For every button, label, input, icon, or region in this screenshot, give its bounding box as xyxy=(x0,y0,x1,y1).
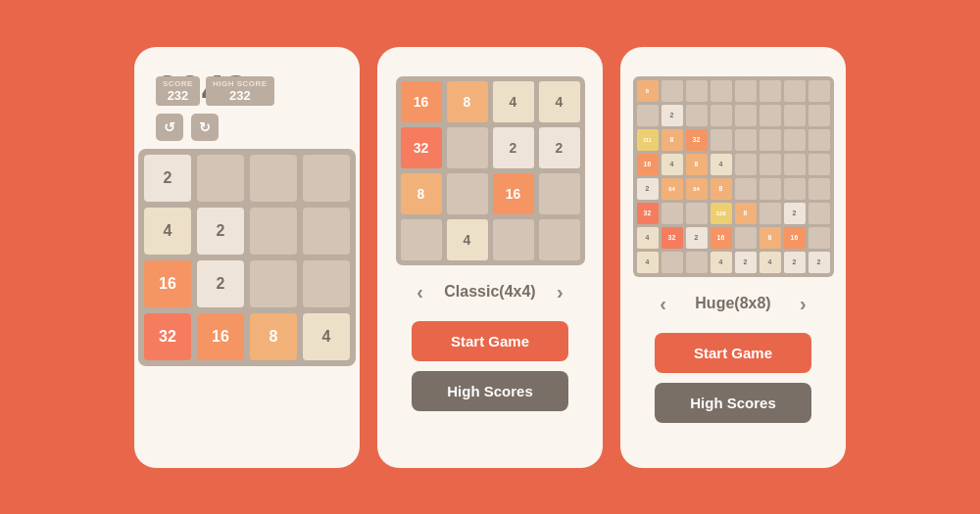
score-label: SCORE xyxy=(163,79,193,88)
tile xyxy=(760,105,781,126)
tile xyxy=(735,80,757,102)
tile xyxy=(250,155,297,202)
tile: 2 xyxy=(637,178,659,200)
tile: 16 xyxy=(197,313,244,360)
tile xyxy=(808,154,830,175)
tile: 2 xyxy=(539,127,580,168)
tile: 4 xyxy=(637,252,659,273)
high-score-label: HIGH SCORE xyxy=(213,79,268,88)
classic-next-button[interactable]: › xyxy=(553,281,567,304)
tile: 4 xyxy=(447,219,488,260)
tile: 8 xyxy=(637,80,659,102)
tile: 2 xyxy=(686,227,708,249)
tile xyxy=(808,129,830,151)
tile: 4 xyxy=(539,81,580,122)
tile: 8 xyxy=(686,154,708,175)
score-box: SCORE 232 xyxy=(156,76,200,106)
tile xyxy=(493,219,534,260)
tile: 128 xyxy=(710,203,732,224)
tile: 8 xyxy=(662,129,683,151)
tile: 2 xyxy=(197,208,244,255)
score-value: 232 xyxy=(163,88,193,103)
tile xyxy=(197,155,244,202)
tile: 64 xyxy=(662,178,683,200)
huge-mode-label: Huge(8x8) xyxy=(684,295,782,312)
tile xyxy=(539,219,580,260)
tile: 4 xyxy=(710,154,732,175)
tile xyxy=(735,129,757,151)
tile: 32 xyxy=(401,127,442,168)
tile: 16 xyxy=(144,260,191,307)
tile xyxy=(784,154,806,175)
tile xyxy=(710,105,732,126)
tile xyxy=(250,260,297,307)
huge-board-container: 8 2 311 8 32 xyxy=(633,76,834,277)
tile: 4 xyxy=(710,252,732,273)
classic-start-button[interactable]: Start Game xyxy=(412,321,568,361)
tile: 32 xyxy=(686,129,708,151)
tile xyxy=(808,227,830,249)
tile xyxy=(808,203,830,224)
middle-panel: 16 8 4 4 32 2 2 8 16 4 ‹ xyxy=(377,47,603,468)
tile xyxy=(447,173,488,214)
panels-container: 2048 SCORE 232 HIGH SCORE 232 ↺ ↻ 2 xyxy=(0,27,980,488)
undo-button[interactable]: ↺ xyxy=(156,114,183,141)
tile: 16 xyxy=(710,227,732,249)
score-row: SCORE 232 HIGH SCORE 232 xyxy=(156,76,338,106)
tile: 2 xyxy=(784,252,806,273)
tile: 2 xyxy=(662,105,683,126)
tile xyxy=(686,252,708,273)
tile: 32 xyxy=(662,227,683,249)
tile: 16 xyxy=(637,154,659,175)
tile: 8 xyxy=(447,81,488,122)
classic-high-scores-button[interactable]: High Scores xyxy=(412,371,568,411)
huge-start-button[interactable]: Start Game xyxy=(655,333,811,373)
huge-next-button[interactable]: › xyxy=(796,293,810,315)
redo-button[interactable]: ↻ xyxy=(191,114,219,141)
tile xyxy=(710,80,732,102)
tile xyxy=(760,154,781,175)
tile xyxy=(735,178,757,200)
tile: 8 xyxy=(760,227,781,249)
tile xyxy=(686,105,708,126)
tile xyxy=(662,252,683,273)
tile: 4 xyxy=(144,208,191,255)
tile xyxy=(686,203,708,224)
tile: 4 xyxy=(637,227,659,249)
classic-mode-selector: ‹ Classic(4x4) › xyxy=(413,281,566,304)
tile xyxy=(760,129,781,151)
tile: 2 xyxy=(808,252,830,273)
tile xyxy=(808,80,830,102)
tile: 4 xyxy=(760,252,781,273)
classic-preview-grid: 16 8 4 4 32 2 2 8 16 4 xyxy=(396,76,585,265)
classic-prev-button[interactable]: ‹ xyxy=(413,281,427,304)
classic-board-container: 16 8 4 4 32 2 2 8 16 4 xyxy=(396,76,585,265)
tile: 8 xyxy=(250,313,297,360)
huge-prev-button[interactable]: ‹ xyxy=(656,293,670,315)
tile xyxy=(784,105,806,126)
huge-high-scores-button[interactable]: High Scores xyxy=(655,383,811,423)
tile xyxy=(662,80,683,102)
tile: 311 xyxy=(637,129,659,151)
tile: 16 xyxy=(493,173,534,214)
huge-preview-grid: 8 2 311 8 32 xyxy=(633,76,834,277)
tile xyxy=(735,154,757,175)
tile: 2 xyxy=(735,252,757,273)
tile: 2 xyxy=(784,203,806,224)
tile: 4 xyxy=(662,154,683,175)
high-score-box: HIGH SCORE 232 xyxy=(206,76,274,106)
tile: 2 xyxy=(197,260,244,307)
tile xyxy=(686,80,708,102)
game-grid: 2 4 2 16 2 32 16 8 4 xyxy=(138,149,356,366)
tile xyxy=(760,203,781,224)
tile xyxy=(735,105,757,126)
tile: 4 xyxy=(493,81,534,122)
tile xyxy=(662,203,683,224)
right-panel: 8 2 311 8 32 xyxy=(620,47,846,468)
tile xyxy=(303,208,350,255)
tile: 16 xyxy=(401,81,442,122)
tile xyxy=(447,127,488,168)
tile: 8 xyxy=(401,173,442,214)
tile xyxy=(808,178,830,200)
tile: 2 xyxy=(144,155,191,202)
